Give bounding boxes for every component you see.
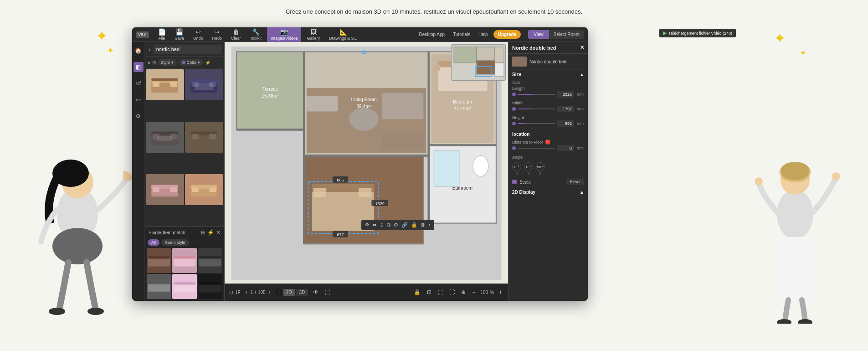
display-collapse-icon[interactable]: ▲ bbox=[580, 190, 584, 195]
toolkit-btn[interactable]: 🔧 Toolkit bbox=[247, 27, 266, 42]
distance-slider-track[interactable] bbox=[518, 148, 555, 149]
item-thumb-4[interactable] bbox=[185, 122, 223, 153]
svg-rect-34 bbox=[192, 134, 199, 139]
match-item-2[interactable] bbox=[172, 248, 197, 273]
sidebar-layers-icon[interactable]: ◧ bbox=[134, 62, 144, 72]
match-filter-icon[interactable]: ⚡ bbox=[207, 229, 214, 236]
width-slider-track[interactable] bbox=[518, 108, 555, 109]
grid-icon[interactable]: ⊞ bbox=[152, 60, 156, 65]
images-videos-btn[interactable]: 📷 Images/Videos bbox=[267, 27, 301, 42]
tutorials-btn[interactable]: Tutorials bbox=[450, 31, 473, 38]
fullscreen-icon[interactable]: ⛶ bbox=[448, 288, 456, 297]
match-layout-icon[interactable]: ⊞ bbox=[201, 229, 205, 236]
same-style-btn[interactable]: Same style bbox=[161, 239, 189, 246]
eye-btn[interactable]: 👁 bbox=[312, 288, 320, 297]
svg-point-8 bbox=[128, 174, 132, 177]
sidebar-furniture-icon[interactable]: 🛋 bbox=[134, 78, 144, 88]
match-item-1[interactable] bbox=[147, 248, 171, 273]
item-thumb-3[interactable] bbox=[146, 122, 184, 153]
distance-input[interactable] bbox=[557, 145, 574, 151]
file-icon: 📄 bbox=[158, 28, 166, 36]
app-body: 🏠 ◧ 🛋 ▭ ⚙ ‹ ✕ ⊕ 🔍 ≡ ⊞ bbox=[132, 42, 588, 301]
zoom-out-icon[interactable]: − bbox=[471, 288, 477, 297]
link-icon[interactable]: 🔗 bbox=[401, 221, 409, 229]
save2-icon[interactable]: ⬚ bbox=[437, 288, 444, 297]
zoom-row: 100 % bbox=[480, 290, 494, 295]
length-slider-track[interactable] bbox=[518, 94, 555, 95]
svg-point-12 bbox=[781, 162, 810, 180]
upgrade-btn[interactable]: Upgrade bbox=[493, 30, 521, 39]
back-btn[interactable]: ‹ bbox=[149, 46, 151, 53]
z-label: Z bbox=[539, 172, 541, 175]
match-item-5[interactable] bbox=[172, 274, 197, 299]
match-close-icon[interactable]: ✕ bbox=[216, 229, 221, 236]
cam-icon[interactable]: ⊡ bbox=[426, 288, 433, 297]
zoom-in-icon[interactable]: + bbox=[498, 288, 503, 297]
item-thumb-2[interactable] bbox=[185, 69, 223, 100]
collapse-icon[interactable]: ▲ bbox=[580, 72, 584, 77]
clear-btn[interactable]: 🗑 Clear bbox=[227, 27, 245, 42]
download-banner: ▶ Téléchargement fichier Vidéo (240) bbox=[659, 29, 736, 37]
search2-icon[interactable]: ⊕ bbox=[460, 288, 467, 297]
save-btn[interactable]: 💾 Save bbox=[171, 27, 188, 42]
redo-btn[interactable]: ↪ Redo bbox=[209, 27, 226, 42]
drawings-btn[interactable]: 📐 Drawings & S... bbox=[325, 27, 361, 42]
select-room-btn[interactable]: Select Room bbox=[549, 30, 584, 39]
copy-icon[interactable]: ⧉ bbox=[386, 221, 391, 229]
move-icon[interactable]: ✥ bbox=[364, 221, 370, 229]
scale-checkbox[interactable]: ✓ bbox=[512, 180, 517, 184]
style-filter[interactable]: Style ▾ bbox=[158, 59, 177, 66]
svg-text:Bedroom: Bedroom bbox=[453, 99, 472, 104]
help-btn[interactable]: Help bbox=[476, 31, 491, 38]
canvas-area[interactable]: Terrace 15.38m² Living Room 39.4m² Bedro… bbox=[225, 42, 508, 301]
sidebar-home-icon[interactable]: 🏠 bbox=[134, 46, 144, 56]
search-panel: ‹ ✕ ⊕ 🔍 ≡ ⊞ Style ▾ Color bbox=[145, 42, 225, 301]
sidebar-wall-icon[interactable]: ▭ bbox=[134, 95, 144, 105]
character-left bbox=[18, 132, 132, 324]
view-toggle: View Select Room bbox=[528, 30, 584, 39]
panel-close-icon[interactable]: ✕ bbox=[580, 45, 584, 51]
flip-h-icon[interactable]: ⇔ bbox=[371, 221, 377, 229]
play-icon: ▶ bbox=[663, 30, 667, 36]
more-icon[interactable]: › bbox=[428, 221, 431, 229]
undo-btn[interactable]: ↩ Undo bbox=[190, 27, 207, 42]
3d-btn[interactable]: 3D bbox=[296, 289, 308, 296]
item-thumb-6[interactable] bbox=[185, 174, 223, 205]
match-item-3[interactable] bbox=[198, 248, 222, 273]
match-item-6[interactable] bbox=[198, 274, 222, 299]
view-btn[interactable]: View bbox=[528, 30, 549, 39]
settings2-icon[interactable]: ⚙ bbox=[393, 221, 399, 229]
all-btn[interactable]: All bbox=[148, 239, 159, 246]
sidebar-settings-icon[interactable]: ⚙ bbox=[134, 111, 144, 121]
prev-page-btn[interactable]: ‹ bbox=[244, 288, 249, 297]
length-label: Length bbox=[512, 86, 584, 91]
gallery-btn[interactable]: 🖼 Gallery bbox=[303, 27, 324, 42]
height-slider-track[interactable] bbox=[518, 123, 555, 124]
item-thumb-1[interactable] bbox=[146, 69, 184, 100]
match-item-4[interactable] bbox=[147, 274, 171, 299]
filter-icon[interactable]: ⚡ bbox=[205, 60, 211, 65]
length-input[interactable] bbox=[557, 91, 574, 98]
layout-btn[interactable]: ⬚ bbox=[324, 288, 331, 297]
delete-icon[interactable]: 🗑 bbox=[420, 221, 426, 229]
lock-indicator: 🔴 bbox=[545, 139, 550, 145]
match-header: Single-Item match ⊞ ⚡ ✕ bbox=[145, 227, 224, 238]
desktop-app-btn[interactable]: Desktop App bbox=[416, 31, 447, 38]
tagline: Créez une conception de maison 3D en 10 … bbox=[0, 0, 868, 20]
lock-icon[interactable]: 🔒 bbox=[410, 221, 418, 229]
display-section: 2D Display ▲ bbox=[508, 187, 588, 197]
2d-btn[interactable]: 2D bbox=[283, 289, 295, 296]
item-thumb-5[interactable] bbox=[146, 174, 184, 205]
reset-btn[interactable]: Reset bbox=[566, 179, 584, 185]
list-icon[interactable]: ≡ bbox=[148, 60, 150, 65]
file-btn[interactable]: 📄 File bbox=[154, 27, 169, 42]
svg-rect-72 bbox=[434, 65, 440, 71]
lock2-icon[interactable]: 🔒 bbox=[412, 288, 422, 297]
color-filter[interactable]: Color ▾ bbox=[179, 59, 204, 66]
search-input[interactable] bbox=[154, 45, 222, 54]
flip-v-icon[interactable]: ⇕ bbox=[379, 221, 385, 229]
height-input[interactable] bbox=[557, 120, 574, 127]
next-page-btn[interactable]: › bbox=[267, 288, 272, 297]
width-input[interactable] bbox=[557, 106, 574, 112]
svg-rect-39 bbox=[170, 187, 177, 192]
